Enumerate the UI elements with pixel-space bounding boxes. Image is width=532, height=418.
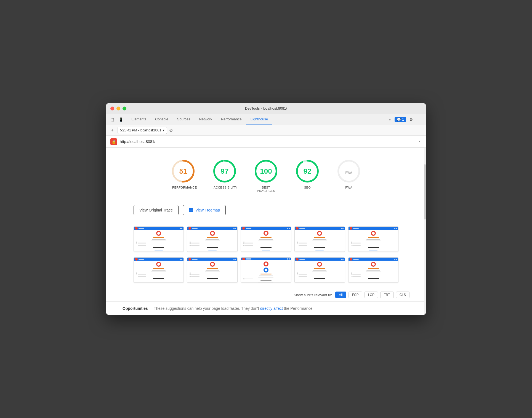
audit-filters: Show audits relevant to: All FCP LCP TBT…	[106, 288, 426, 301]
screenshot-thumb[interactable]	[241, 226, 291, 252]
opportunities-dash: —	[149, 306, 154, 311]
screenshots-grid-row1	[106, 222, 426, 257]
score-circle-seo: 92	[295, 159, 320, 184]
url-text: http://localhost:8081/	[120, 139, 414, 144]
view-original-trace-button[interactable]: View Original Trace	[134, 205, 179, 215]
url-bar: 🔒 http://localhost:8081/ ⋮	[106, 136, 426, 148]
treemap-cell	[191, 208, 193, 210]
tab-bar-icons: ⬚ 📱	[108, 116, 125, 123]
score-circle-accessibility: 97	[212, 159, 237, 184]
new-tab-button[interactable]: +	[109, 127, 115, 133]
score-value-accessibility: 97	[221, 167, 229, 176]
address-field[interactable]: 5:28:41 PM - localhost:8081 ▾	[118, 127, 167, 134]
filter-fcp-button[interactable]: FCP	[349, 292, 362, 298]
filter-all-button[interactable]: All	[335, 292, 346, 298]
score-label-seo: SEO	[304, 186, 311, 189]
score-value-performance: 51	[179, 167, 187, 176]
tab-network[interactable]: Network	[195, 114, 217, 125]
close-button[interactable]	[110, 107, 114, 110]
score-label-pwa: PWA	[345, 186, 352, 189]
score-label-performance: Performance	[172, 186, 194, 190]
filter-lcp-button[interactable]: LCP	[365, 292, 378, 298]
window-title: DevTools - localhost:8081/	[245, 106, 287, 110]
opportunities-bar: Opportunities — These suggestions can he…	[106, 301, 426, 315]
address-bar: + 5:28:41 PM - localhost:8081 ▾ ⊘	[106, 125, 426, 136]
notifications-button[interactable]: 💬 1	[395, 117, 406, 122]
score-performance[interactable]: 51 Performance	[171, 159, 196, 192]
treemap-icon	[189, 208, 193, 212]
treemap-cell	[189, 210, 191, 212]
screenshot-thumb[interactable]	[348, 226, 398, 252]
opportunities-description-start: These suggestions can help your page loa…	[154, 306, 259, 311]
score-value-best-practices: 100	[260, 167, 272, 176]
score-best-practices[interactable]: 100 Best Practices	[254, 159, 278, 192]
devtools-window: DevTools - localhost:8081/ ⬚ 📱 Elements …	[106, 103, 426, 315]
audit-filters-label: Show audits relevant to:	[294, 293, 332, 297]
more-tabs-button[interactable]: »	[386, 116, 393, 123]
screenshot-thumb[interactable]	[187, 226, 237, 252]
tab-bar: ⬚ 📱 Elements Console Sources Network Per…	[106, 114, 426, 125]
filter-tbt-button[interactable]: TBT	[380, 292, 394, 298]
score-circle-performance: 51	[171, 159, 196, 184]
score-label-accessibility: Accessibility	[214, 186, 236, 189]
screenshot-thumb[interactable]	[187, 257, 237, 283]
score-circle-best-practices: 100	[254, 159, 278, 184]
score-value-seo: 92	[304, 167, 312, 176]
title-bar: DevTools - localhost:8081/	[106, 103, 426, 114]
buttons-row: View Original Trace View Treemap	[106, 198, 426, 222]
url-more-button[interactable]: ⋮	[417, 139, 422, 144]
main-wrapper: 51 Performance 97 Accessibility	[106, 148, 426, 315]
score-pwa[interactable]: PWA PWA	[336, 159, 361, 192]
tab-console[interactable]: Console	[151, 114, 173, 125]
screenshot-thumb[interactable]	[134, 226, 184, 252]
minimize-button[interactable]	[116, 107, 120, 110]
inspector-icon[interactable]: ⬚	[108, 116, 116, 123]
treemap-cell	[191, 210, 193, 212]
dropdown-arrow-icon: ▾	[163, 128, 164, 132]
screenshots-grid-row2	[106, 257, 426, 288]
score-value-pwa: PWA	[345, 167, 352, 176]
treemap-cell	[189, 208, 191, 210]
tab-performance[interactable]: Performance	[217, 114, 246, 125]
screenshot-thumb[interactable]	[134, 257, 184, 283]
scores-section: 51 Performance 97 Accessibility	[106, 148, 426, 198]
opportunities-title: Opportunities	[123, 306, 148, 311]
main-content: 51 Performance 97 Accessibility	[106, 148, 426, 315]
tab-sources[interactable]: Sources	[173, 114, 195, 125]
site-favicon: 🔒	[110, 138, 117, 145]
tab-bar-right: » 💬 1 ⚙ ⋮	[386, 116, 424, 123]
opportunities-link[interactable]: directly affect	[260, 306, 283, 311]
settings-button[interactable]: ⚙	[407, 116, 415, 123]
window-controls	[110, 107, 126, 110]
screenshot-thumb[interactable]	[348, 257, 398, 283]
score-seo[interactable]: 92 SEO	[295, 159, 320, 192]
score-accessibility[interactable]: 97 Accessibility	[212, 159, 237, 192]
block-icon: ⊘	[169, 128, 173, 133]
opportunities-description-end: the Performance	[284, 306, 313, 311]
screenshot-thumb[interactable]	[294, 257, 345, 283]
chat-icon: 💬	[397, 118, 401, 121]
device-toolbar-icon[interactable]: 📱	[117, 116, 125, 123]
scrollbar[interactable]	[424, 148, 426, 315]
filter-cls-button[interactable]: CLS	[396, 292, 409, 298]
screenshot-thumb[interactable]	[241, 257, 291, 283]
devtools-more-button[interactable]: ⋮	[416, 116, 424, 123]
screenshot-inner	[134, 227, 183, 252]
screenshot-thumb[interactable]	[294, 226, 345, 252]
scrollbar-thumb[interactable]	[424, 164, 426, 219]
tab-lighthouse[interactable]: Lighthouse	[246, 114, 273, 125]
view-treemap-button[interactable]: View Treemap	[183, 205, 226, 215]
address-text: 5:28:41 PM - localhost:8081	[120, 128, 161, 132]
maximize-button[interactable]	[123, 107, 126, 110]
score-label-best-practices: Best Practices	[255, 186, 277, 192]
tab-elements[interactable]: Elements	[127, 114, 151, 125]
score-circle-pwa: PWA	[336, 159, 361, 184]
notification-count: 1	[402, 118, 404, 121]
